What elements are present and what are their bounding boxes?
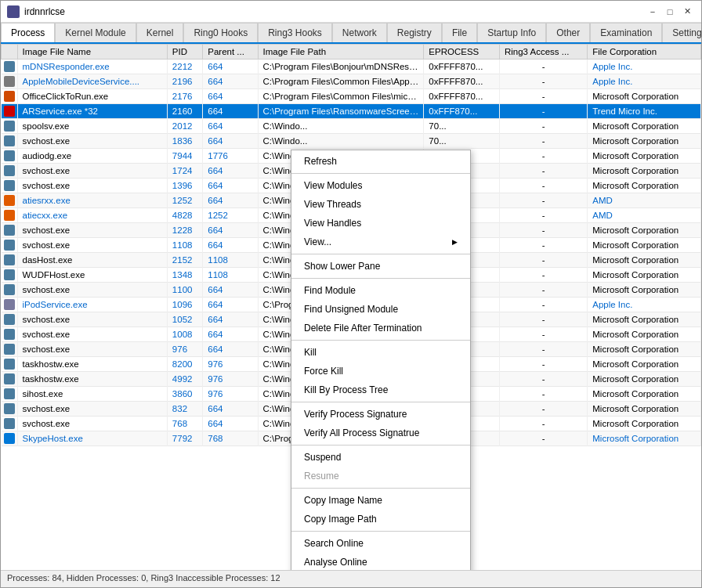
context-menu-item-search-online[interactable]: Search Online (291, 534, 470, 553)
context-menu-item-verify-all-process-signatrue[interactable]: Verify All Process Signatrue (291, 424, 470, 442)
amd-icon (4, 195, 15, 206)
context-menu-item-find-unsigned-module[interactable]: Find Unsigned Module (291, 300, 470, 319)
context-menu-item-copy-image-path[interactable]: Copy Image Path (291, 510, 470, 528)
table-wrapper[interactable]: Image File NamePIDParent ...Image File P… (1, 44, 701, 570)
tab-kernel[interactable]: Kernel (136, 23, 184, 42)
table-row[interactable]: spoolsv.exe2012664C:\Windo...70...-Micro… (2, 119, 701, 134)
process-name: sihost.exe (17, 387, 167, 402)
tab-network[interactable]: Network (332, 23, 387, 42)
process-pid: 2212 (167, 60, 202, 74)
status-text: Processes: 84, Hidden Processes: 0, Ring… (7, 573, 280, 583)
context-menu-separator (291, 278, 470, 279)
process-corp: Trend Micro Inc. (588, 104, 701, 119)
process-name: ARService.exe *32 (17, 104, 167, 119)
process-eprocess: 0xFFFF870... (424, 60, 500, 74)
process-pid: 1252 (167, 193, 202, 208)
process-icon-cell (2, 253, 18, 268)
table-row[interactable]: ARService.exe *322160664C:\Program Files… (2, 104, 701, 119)
context-menu-item-show-lower-pane[interactable]: Show Lower Pane (291, 257, 470, 276)
tab-file[interactable]: File (442, 23, 477, 42)
tab-other[interactable]: Other (546, 23, 590, 42)
context-menu-item-view-handles[interactable]: View Handles (291, 214, 470, 233)
process-icon-cell (2, 268, 18, 283)
close-button[interactable]: ✕ (679, 5, 695, 19)
process-ring3: - (499, 223, 587, 238)
context-menu-item-force-kill[interactable]: Force Kill (291, 362, 470, 381)
table-row[interactable]: AppleMobileDeviceService....2196664C:\Pr… (2, 74, 701, 89)
context-menu-item-find-module[interactable]: Find Module (291, 281, 470, 300)
process-path: C:\Program Files\Bonjour\mDNSResponder.e… (258, 60, 424, 74)
context-menu-item-view-modules[interactable]: View Modules (291, 176, 470, 195)
context-menu-item-refresh[interactable]: Refresh (291, 152, 470, 171)
process-corp: Microsoft Corporation (588, 164, 701, 179)
process-ring3: - (499, 193, 587, 208)
tab-registry[interactable]: Registry (387, 23, 442, 42)
process-icon-cell (2, 223, 18, 238)
process-ring3: - (499, 387, 587, 402)
process-parent: 664 (203, 193, 258, 208)
process-parent: 976 (203, 387, 258, 402)
process-corp: Microsoft Corporation (588, 283, 701, 298)
svc-icon (4, 240, 15, 251)
tab-startup-info[interactable]: Startup Info (477, 23, 546, 42)
table-row[interactable]: OfficeClickToRun.exe2176664C:\Program Fi… (2, 89, 701, 104)
tab-process[interactable]: Process (1, 23, 55, 44)
col-parent-...[interactable]: Parent ... (203, 45, 258, 60)
tab-kernel-module[interactable]: Kernel Module (55, 23, 136, 42)
process-pid: 2176 (167, 89, 202, 104)
process-icon-cell (2, 119, 18, 134)
col-pid[interactable]: PID (167, 45, 202, 60)
maximize-button[interactable]: □ (662, 5, 678, 19)
context-menu-item-view[interactable]: View...▶ (291, 233, 470, 251)
context-menu-item-analyse-online[interactable]: Analyse Online (291, 553, 470, 570)
context-menu-item-kill[interactable]: Kill (291, 343, 470, 362)
process-corp: Microsoft Corporation (588, 387, 701, 402)
context-menu-item-suspend[interactable]: Suspend (291, 448, 470, 467)
process-icon-cell (2, 402, 18, 417)
svc-icon (4, 135, 15, 146)
process-name: atiesrxx.exe (17, 193, 167, 208)
process-parent: 664 (203, 223, 258, 238)
context-menu-item-verify-process-signature[interactable]: Verify Process Signature (291, 405, 470, 424)
col-image-file-name[interactable]: Image File Name (17, 45, 167, 60)
tab-ring0-hooks[interactable]: Ring0 Hooks (183, 23, 258, 42)
title-controls: − □ ✕ (645, 5, 695, 19)
process-corp: Microsoft Corporation (588, 268, 701, 283)
process-icon-cell (2, 74, 18, 89)
minimize-button[interactable]: − (645, 5, 660, 19)
tab-setting[interactable]: Setting (662, 23, 701, 42)
context-menu-separator (291, 445, 470, 446)
tab-examination[interactable]: Examination (590, 23, 662, 42)
context-menu-item-kill-by-process-tree[interactable]: Kill By Process Tree (291, 381, 470, 399)
process-icon-cell (2, 60, 18, 74)
process-parent: 1108 (203, 253, 258, 268)
process-pid: 1348 (167, 268, 202, 283)
process-parent: 664 (203, 179, 258, 193)
process-name: svchost.exe (17, 417, 167, 431)
process-corp: Microsoft Corporation (588, 357, 701, 372)
process-icon-cell (2, 342, 18, 357)
process-name: svchost.exe (17, 312, 167, 327)
task-icon (4, 373, 15, 384)
table-row[interactable]: svchost.exe1836664C:\Windo...70...-Micro… (2, 134, 701, 149)
mobile-icon (4, 76, 15, 87)
col-ring3-access-...[interactable]: Ring3 Access ... (499, 45, 587, 60)
svc-icon (4, 344, 15, 355)
col-file-corporation[interactable]: File Corporation (588, 45, 701, 60)
tab-bar: ProcessKernel ModuleKernelRing0 HooksRin… (1, 23, 701, 44)
col-eprocess[interactable]: EPROCESS (424, 45, 500, 60)
context-menu-item-view-threads[interactable]: View Threads (291, 195, 470, 214)
process-eprocess: 0xFFFF870... (424, 74, 500, 89)
table-row[interactable]: mDNSResponder.exe2212664C:\Program Files… (2, 60, 701, 74)
process-ring3: - (499, 327, 587, 342)
window-title: irdnnrlcse (24, 6, 65, 17)
tab-ring3-hooks[interactable]: Ring3 Hooks (258, 23, 332, 42)
col-image-file-path[interactable]: Image File Path (258, 45, 424, 60)
context-menu-item-copy-image-name[interactable]: Copy Image Name (291, 491, 470, 510)
process-ring3: - (499, 417, 587, 431)
process-parent: 664 (203, 134, 258, 149)
context-menu-item-delete-file-after-termination[interactable]: Delete File After Termination (291, 319, 470, 337)
process-parent: 1776 (203, 149, 258, 164)
process-name: svchost.exe (17, 134, 167, 149)
process-icon-cell (2, 431, 18, 446)
